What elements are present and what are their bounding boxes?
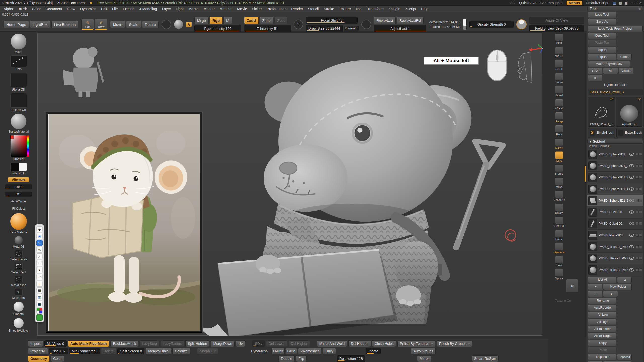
subtool-row[interactable]: PM3D_Plane3D1 [587,230,643,241]
ruler-icon[interactable]: ∕ [36,253,43,259]
tray-button[interactable]: Morph UV [197,348,218,354]
menu-item[interactable]: Edit [101,7,107,11]
subtool-name[interactable]: PM3D_Sphere3D3 [599,153,628,156]
subtool-action-button[interactable]: Duplicate [588,354,617,360]
tray-button[interactable]: Del Lower [266,340,287,347]
paint-mode-button[interactable]: Rgb [210,17,222,24]
tool-palette-button[interactable]: Paste Tool [588,40,617,46]
left-shelf-item[interactable]: SelectRect [0,263,37,274]
tray-button[interactable]: Colorize [172,348,190,354]
subtool-action-button[interactable]: All To Target [588,333,617,339]
annotation-toolbar[interactable]: ◆ ◉ ↖ ✎ ∕ ▭ ● ↶ ▯ ▤ [35,224,44,322]
left-shelf-thumbnail[interactable] [15,289,23,296]
tool-palette-button[interactable]: R [588,75,602,81]
undo-icon[interactable]: ↶ [36,274,43,280]
tool-palette-button[interactable]: Import [588,47,617,53]
mode-toggle-button[interactable]: ✎ Edit [81,19,94,30]
tray-button[interactable]: Smart ReSym [472,355,499,362]
left-shelf-item[interactable]: Smooth [0,301,37,316]
zoom3d-button[interactable]: Zoom3D [554,191,565,201]
subtool-row[interactable]: PM3D_Sphere3D1_4 [587,183,643,195]
tool-palette-button[interactable]: Clone [617,54,632,60]
left-shelf-item[interactable]: FillObject [0,206,37,211]
paint-mode-button[interactable]: M [223,17,232,24]
tool-palette-button[interactable]: Lightbox►Tools [588,82,643,88]
tray-button[interactable]: ZRemesher [298,348,321,354]
menu-item[interactable]: Layer [162,7,171,11]
menu-item[interactable]: Draw [67,7,75,11]
alpha-picker-icon[interactable] [174,20,183,29]
bpr-button[interactable]: BPR [555,34,563,44]
tray-button[interactable]: Import [28,340,43,347]
menu-item[interactable]: Light [176,7,184,11]
left-shelf-item[interactable]: Rf 0 [0,191,37,197]
menu-item[interactable]: Alpha [4,7,13,11]
menu-item[interactable]: Texture [339,7,351,11]
actual-button[interactable]: Actual [555,86,563,97]
tray-button[interactable]: LazyRadius [161,340,184,347]
subtool-row[interactable]: PM3D_Sphere3D1_3 [587,160,643,172]
palette-menu-icon[interactable]: ≡ [638,6,641,11]
visibility-eye-icon[interactable] [629,268,634,272]
visibility-eye-icon[interactable] [629,176,634,179]
aahalf-button[interactable]: AAHalf [555,99,564,110]
tool-palette-button[interactable]: Save As [588,19,617,25]
tray-button[interactable]: LazyStep [140,340,159,347]
subtool-action-button[interactable]: AutoReorder [588,305,617,311]
left-shelf-thumbnail[interactable] [10,135,27,157]
local-symmetry-button[interactable]: L.Sym [555,138,563,149]
menu-item[interactable]: Marker [203,7,215,11]
menu-item[interactable]: J-Modeling [139,7,157,11]
solo-button[interactable]: Solo [555,256,563,267]
shelf-nav-button[interactable]: LightBox [30,21,50,28]
pen-icon[interactable]: ✎ [36,247,43,253]
visibility-eye-icon[interactable] [629,222,634,225]
tray-button[interactable]: Dist 0.02 [49,348,68,354]
menu-item[interactable]: File [112,7,118,11]
subtool-row[interactable]: PM3D_Sphere3D1_8 [587,172,643,183]
palette-icon[interactable] [36,308,43,314]
left-shelf-thumbnail[interactable] [14,236,23,244]
left-shelf-item[interactable]: MaskLasso [0,276,37,287]
dynamic-toggle[interactable]: Dynamic [344,26,359,31]
tray-button[interactable]: Groups [271,348,284,354]
tool-palette-header[interactable]: Tool ≡ [587,6,643,11]
subtool-name[interactable]: PM3D_Sphere3D1_6 [599,199,628,202]
spix-slider[interactable]: SPix 3 [555,47,563,58]
gravity-direction-widget[interactable] [516,19,527,29]
subtool-mini-icons[interactable] [635,256,642,260]
tray-button[interactable]: Split Hidden [185,340,210,347]
scroll-button[interactable]: Scroll [555,60,563,71]
quick-pick-brush[interactable]: S SimpleBrush [588,128,615,138]
scrollbar-thumb[interactable] [585,166,586,182]
tool-palette-button[interactable]: Export [588,54,617,60]
subtool-thumbnail[interactable] [588,173,597,182]
subtool-mini-icons[interactable] [635,152,642,156]
tray-button[interactable]: Mirror [417,355,431,362]
subtool-thumbnail[interactable] [588,208,597,217]
tool-palette-button[interactable]: GoZ [588,68,602,74]
subtool-thumbnail[interactable] [588,231,597,240]
left-shelf-item[interactable]: Move [0,33,37,54]
left-shelf-thumbnail[interactable] [15,276,23,283]
left-shelf-item[interactable]: Metal 01 [0,236,37,248]
tray-button[interactable]: Auto Mask FiberMesh [68,340,109,347]
subtool-action-button[interactable]: All Low [588,312,617,318]
tool-palette-button[interactable]: Visible [619,68,633,74]
dot-icon[interactable]: ● [36,267,43,273]
subtool-thumbnail[interactable] [588,242,597,251]
menu-item[interactable]: Zplugin [388,7,400,11]
draw-size-slider[interactable]: Draw Size 80.22444 [306,25,343,32]
tool-palette-button[interactable]: PM3D_TPose1_PM3D_S [588,89,643,95]
visibility-eye-icon[interactable] [629,210,634,214]
tray-button[interactable]: Geometry [28,355,49,362]
persp-button[interactable]: Persp [555,112,563,123]
subtool-mini-icons[interactable] [635,164,642,168]
tool-panel-scrollbar[interactable] [585,33,586,337]
subtool-thumbnail[interactable] [588,185,597,194]
tray-button[interactable]: Unify [323,348,336,354]
subtool-action-button[interactable]: Append [617,354,632,360]
left-shelf-item[interactable]: SmoothValleys [0,318,37,332]
left-shelf-thumbnail[interactable] [11,33,27,50]
sensitivity-dial-icon[interactable]: S [294,20,303,29]
